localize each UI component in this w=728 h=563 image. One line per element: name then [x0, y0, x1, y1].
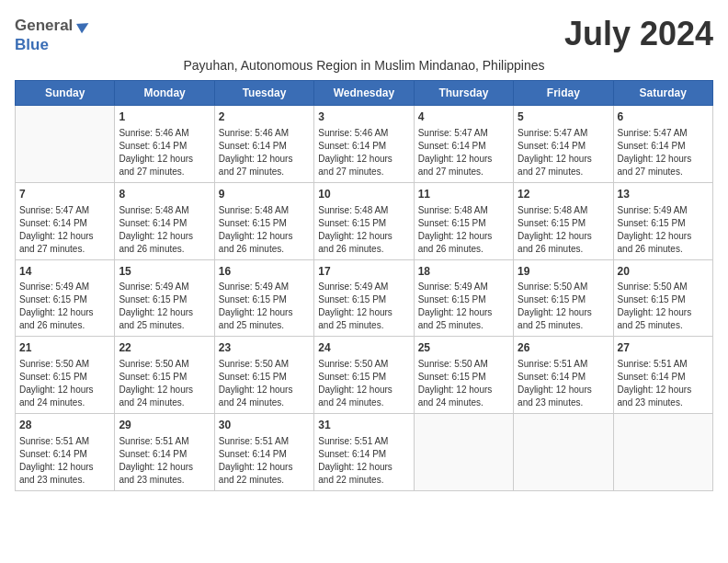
day-number: 20 — [618, 264, 709, 280]
day-number: 12 — [518, 187, 609, 202]
calendar-cell: 1Sunrise: 5:46 AM Sunset: 6:14 PM Daylig… — [115, 106, 214, 183]
calendar-week-row: 14Sunrise: 5:49 AM Sunset: 6:15 PM Dayli… — [16, 259, 713, 337]
calendar-cell: 11Sunrise: 5:48 AM Sunset: 6:15 PM Dayli… — [414, 182, 513, 259]
calendar-cell: 17Sunrise: 5:49 AM Sunset: 6:15 PM Dayli… — [314, 259, 414, 337]
day-info: Sunrise: 5:49 AM Sunset: 6:15 PM Dayligh… — [219, 281, 310, 332]
day-info: Sunrise: 5:50 AM Sunset: 6:15 PM Dayligh… — [119, 358, 210, 409]
weekday-header-row: SundayMondayTuesdayWednesdayThursdayFrid… — [16, 81, 713, 106]
weekday-header-sunday: Sunday — [16, 81, 115, 106]
day-number: 24 — [318, 340, 409, 356]
day-number: 11 — [418, 187, 509, 202]
day-number: 30 — [219, 418, 310, 433]
calendar-cell: 20Sunrise: 5:50 AM Sunset: 6:15 PM Dayli… — [613, 259, 712, 337]
day-info: Sunrise: 5:49 AM Sunset: 6:15 PM Dayligh… — [618, 204, 709, 256]
day-info: Sunrise: 5:51 AM Sunset: 6:14 PM Dayligh… — [618, 358, 709, 409]
calendar-cell: 16Sunrise: 5:49 AM Sunset: 6:15 PM Dayli… — [214, 259, 313, 337]
day-info: Sunrise: 5:51 AM Sunset: 6:14 PM Dayligh… — [119, 435, 210, 487]
calendar-cell: 4Sunrise: 5:47 AM Sunset: 6:14 PM Daylig… — [414, 106, 513, 183]
day-info: Sunrise: 5:50 AM Sunset: 6:15 PM Dayligh… — [618, 281, 709, 332]
day-number: 18 — [418, 264, 509, 280]
day-number: 1 — [119, 109, 210, 125]
day-info: Sunrise: 5:51 AM Sunset: 6:14 PM Dayligh… — [518, 358, 609, 409]
day-info: Sunrise: 5:49 AM Sunset: 6:15 PM Dayligh… — [418, 281, 509, 332]
logo-bird-icon: ► — [71, 12, 97, 40]
day-number: 29 — [119, 418, 210, 433]
day-number: 8 — [119, 187, 210, 202]
calendar-cell — [16, 106, 115, 183]
calendar-cell: 12Sunrise: 5:48 AM Sunset: 6:15 PM Dayli… — [514, 182, 613, 259]
logo: General ► Blue — [15, 15, 93, 54]
day-number: 21 — [19, 340, 110, 356]
day-number: 3 — [318, 109, 409, 125]
weekday-header-tuesday: Tuesday — [214, 81, 313, 106]
day-number: 19 — [518, 264, 609, 280]
day-number: 23 — [219, 340, 310, 356]
calendar-cell: 10Sunrise: 5:48 AM Sunset: 6:15 PM Dayli… — [314, 182, 414, 259]
weekday-header-saturday: Saturday — [613, 81, 712, 106]
day-number: 26 — [518, 340, 609, 356]
day-info: Sunrise: 5:47 AM Sunset: 6:14 PM Dayligh… — [19, 204, 110, 256]
day-info: Sunrise: 5:51 AM Sunset: 6:14 PM Dayligh… — [19, 435, 110, 487]
day-number: 14 — [19, 264, 110, 280]
day-info: Sunrise: 5:49 AM Sunset: 6:15 PM Dayligh… — [318, 281, 409, 332]
day-number: 28 — [19, 418, 110, 433]
calendar-week-row: 28Sunrise: 5:51 AM Sunset: 6:14 PM Dayli… — [16, 414, 713, 491]
weekday-header-friday: Friday — [514, 81, 613, 106]
day-number: 10 — [318, 187, 409, 202]
calendar-cell: 13Sunrise: 5:49 AM Sunset: 6:15 PM Dayli… — [613, 182, 712, 259]
calendar-cell: 5Sunrise: 5:47 AM Sunset: 6:14 PM Daylig… — [514, 106, 613, 183]
day-number: 9 — [219, 187, 310, 202]
calendar-week-row: 1Sunrise: 5:46 AM Sunset: 6:14 PM Daylig… — [16, 106, 713, 183]
day-info: Sunrise: 5:48 AM Sunset: 6:14 PM Dayligh… — [119, 204, 210, 256]
calendar-subtitle: Payuhan, Autonomous Region in Muslim Min… — [15, 58, 713, 73]
weekday-header-monday: Monday — [115, 81, 214, 106]
calendar-cell: 28Sunrise: 5:51 AM Sunset: 6:14 PM Dayli… — [16, 414, 115, 491]
day-info: Sunrise: 5:47 AM Sunset: 6:14 PM Dayligh… — [418, 127, 509, 178]
calendar-cell — [414, 414, 513, 491]
day-number: 2 — [219, 109, 310, 125]
calendar-cell: 21Sunrise: 5:50 AM Sunset: 6:15 PM Dayli… — [16, 337, 115, 414]
day-info: Sunrise: 5:48 AM Sunset: 6:15 PM Dayligh… — [219, 204, 310, 256]
day-info: Sunrise: 5:51 AM Sunset: 6:14 PM Dayligh… — [219, 435, 310, 487]
calendar-cell: 23Sunrise: 5:50 AM Sunset: 6:15 PM Dayli… — [214, 337, 313, 414]
calendar-cell: 24Sunrise: 5:50 AM Sunset: 6:15 PM Dayli… — [314, 337, 414, 414]
calendar-cell: 19Sunrise: 5:50 AM Sunset: 6:15 PM Dayli… — [514, 259, 613, 337]
calendar-cell: 15Sunrise: 5:49 AM Sunset: 6:15 PM Dayli… — [115, 259, 214, 337]
day-number: 22 — [119, 340, 210, 356]
day-info: Sunrise: 5:50 AM Sunset: 6:15 PM Dayligh… — [19, 358, 110, 409]
calendar-cell: 14Sunrise: 5:49 AM Sunset: 6:15 PM Dayli… — [16, 259, 115, 337]
calendar-cell: 31Sunrise: 5:51 AM Sunset: 6:14 PM Dayli… — [314, 414, 414, 491]
calendar-week-row: 7Sunrise: 5:47 AM Sunset: 6:14 PM Daylig… — [16, 182, 713, 259]
day-number: 15 — [119, 264, 210, 280]
day-number: 4 — [418, 109, 509, 125]
day-info: Sunrise: 5:50 AM Sunset: 6:15 PM Dayligh… — [219, 358, 310, 409]
weekday-header-thursday: Thursday — [414, 81, 513, 106]
day-info: Sunrise: 5:50 AM Sunset: 6:15 PM Dayligh… — [418, 358, 509, 409]
header: General ► Blue July 2024 — [15, 15, 713, 54]
calendar-cell: 2Sunrise: 5:46 AM Sunset: 6:14 PM Daylig… — [214, 106, 313, 183]
calendar-cell: 27Sunrise: 5:51 AM Sunset: 6:14 PM Dayli… — [613, 337, 712, 414]
day-number: 13 — [618, 187, 709, 202]
day-info: Sunrise: 5:49 AM Sunset: 6:15 PM Dayligh… — [119, 281, 210, 332]
calendar-cell: 6Sunrise: 5:47 AM Sunset: 6:14 PM Daylig… — [613, 106, 712, 183]
calendar-cell: 30Sunrise: 5:51 AM Sunset: 6:14 PM Dayli… — [214, 414, 313, 491]
calendar-table: SundayMondayTuesdayWednesdayThursdayFrid… — [15, 80, 713, 491]
day-info: Sunrise: 5:46 AM Sunset: 6:14 PM Dayligh… — [318, 127, 409, 178]
calendar-cell — [613, 414, 712, 491]
day-info: Sunrise: 5:47 AM Sunset: 6:14 PM Dayligh… — [618, 127, 709, 178]
day-info: Sunrise: 5:48 AM Sunset: 6:15 PM Dayligh… — [518, 204, 609, 256]
calendar-cell: 7Sunrise: 5:47 AM Sunset: 6:14 PM Daylig… — [16, 182, 115, 259]
calendar-cell: 26Sunrise: 5:51 AM Sunset: 6:14 PM Dayli… — [514, 337, 613, 414]
day-info: Sunrise: 5:46 AM Sunset: 6:14 PM Dayligh… — [219, 127, 310, 178]
day-info: Sunrise: 5:48 AM Sunset: 6:15 PM Dayligh… — [318, 204, 409, 256]
day-number: 27 — [618, 340, 709, 356]
calendar-cell: 25Sunrise: 5:50 AM Sunset: 6:15 PM Dayli… — [414, 337, 513, 414]
day-info: Sunrise: 5:51 AM Sunset: 6:14 PM Dayligh… — [318, 435, 409, 487]
day-info: Sunrise: 5:47 AM Sunset: 6:14 PM Dayligh… — [518, 127, 609, 178]
calendar-cell: 9Sunrise: 5:48 AM Sunset: 6:15 PM Daylig… — [214, 182, 313, 259]
day-number: 16 — [219, 264, 310, 280]
day-number: 17 — [318, 264, 409, 280]
weekday-header-wednesday: Wednesday — [314, 81, 414, 106]
calendar-cell: 22Sunrise: 5:50 AM Sunset: 6:15 PM Dayli… — [115, 337, 214, 414]
month-title: July 2024 — [564, 15, 713, 53]
